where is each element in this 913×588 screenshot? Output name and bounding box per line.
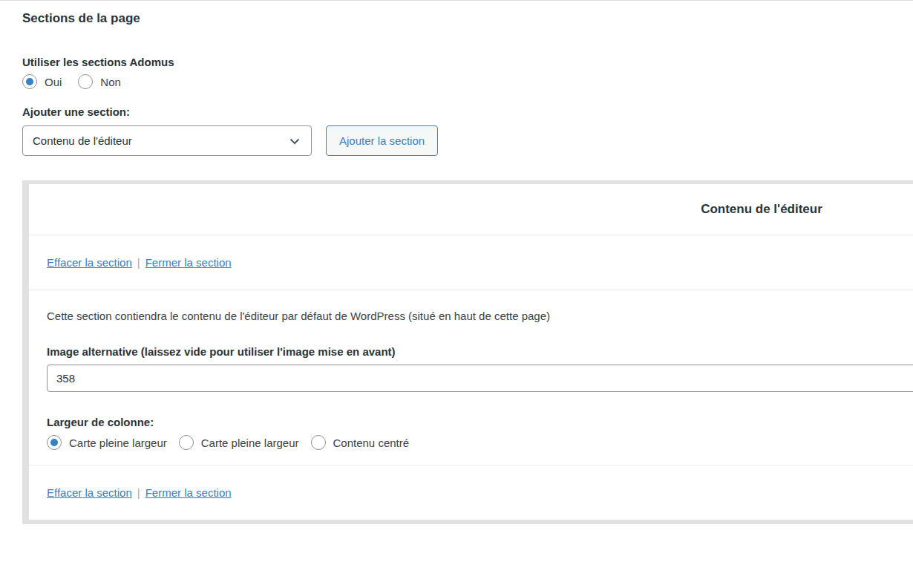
column-width-label: Largeur de colonne: xyxy=(47,416,913,428)
page-title: Sections de la page xyxy=(22,11,913,26)
alt-image-input[interactable] xyxy=(47,365,913,392)
radio-option-oui[interactable]: Oui xyxy=(22,74,62,89)
column-width-radio-group: Carte pleine largeur Carte pleine largeu… xyxy=(47,435,913,450)
section-actions-top: Effacer la section|Fermer la section xyxy=(29,235,913,290)
close-section-link[interactable]: Fermer la section xyxy=(145,486,232,499)
add-section-button[interactable]: Ajouter la section xyxy=(326,125,438,156)
radio-label[interactable]: Oui xyxy=(45,76,62,88)
radio-label[interactable]: Non xyxy=(100,76,121,88)
link-separator: | xyxy=(137,486,140,499)
alt-image-label: Image alternative (laissez vide pour uti… xyxy=(47,345,913,358)
use-sections-label: Utiliser les sections Adomus xyxy=(22,56,913,68)
add-section-label: Ajouter une section: xyxy=(22,105,913,118)
radio-icon[interactable] xyxy=(179,435,194,450)
radio-icon[interactable] xyxy=(22,74,37,89)
section-panel-frame: Contenu de l'éditeur Effacer la section|… xyxy=(22,180,913,524)
section-panel-title: Contenu de l'éditeur xyxy=(701,202,822,217)
use-sections-radio-group: Oui Non xyxy=(22,74,913,89)
chevron-down-icon xyxy=(289,135,301,147)
radio-option-centered-content[interactable]: Contenu centré xyxy=(311,435,410,450)
radio-icon[interactable] xyxy=(311,435,326,450)
radio-option-full-card-2[interactable]: Carte pleine largeur xyxy=(179,435,299,450)
section-description: Cette section contiendra le contenu de l… xyxy=(47,310,913,322)
delete-section-link[interactable]: Effacer la section xyxy=(47,256,132,269)
section-panel-content: Cette section contiendra le contenu de l… xyxy=(29,290,913,466)
delete-section-link[interactable]: Effacer la section xyxy=(47,486,132,499)
sections-metabox: Sections de la page Utiliser les section… xyxy=(0,1,913,524)
radio-icon[interactable] xyxy=(78,74,93,89)
use-sections-field: Utiliser les sections Adomus Oui Non xyxy=(22,56,913,89)
radio-label[interactable]: Contenu centré xyxy=(333,437,410,449)
section-panel: Contenu de l'éditeur Effacer la section|… xyxy=(29,184,913,520)
radio-label[interactable]: Carte pleine largeur xyxy=(69,437,167,449)
radio-option-non[interactable]: Non xyxy=(78,74,121,89)
radio-option-full-card-1[interactable]: Carte pleine largeur xyxy=(47,435,167,450)
section-actions-bottom: Effacer la section|Fermer la section xyxy=(29,466,913,520)
radio-label[interactable]: Carte pleine largeur xyxy=(201,437,299,449)
link-separator: | xyxy=(137,256,140,269)
section-type-select[interactable]: Contenu de l'éditeur xyxy=(22,125,312,156)
radio-icon[interactable] xyxy=(47,435,62,450)
section-type-select-value: Contenu de l'éditeur xyxy=(33,134,132,147)
add-section-field: Ajouter une section: Contenu de l'éditeu… xyxy=(22,105,913,156)
close-section-link[interactable]: Fermer la section xyxy=(145,256,232,269)
section-panel-header: Contenu de l'éditeur xyxy=(29,184,913,235)
